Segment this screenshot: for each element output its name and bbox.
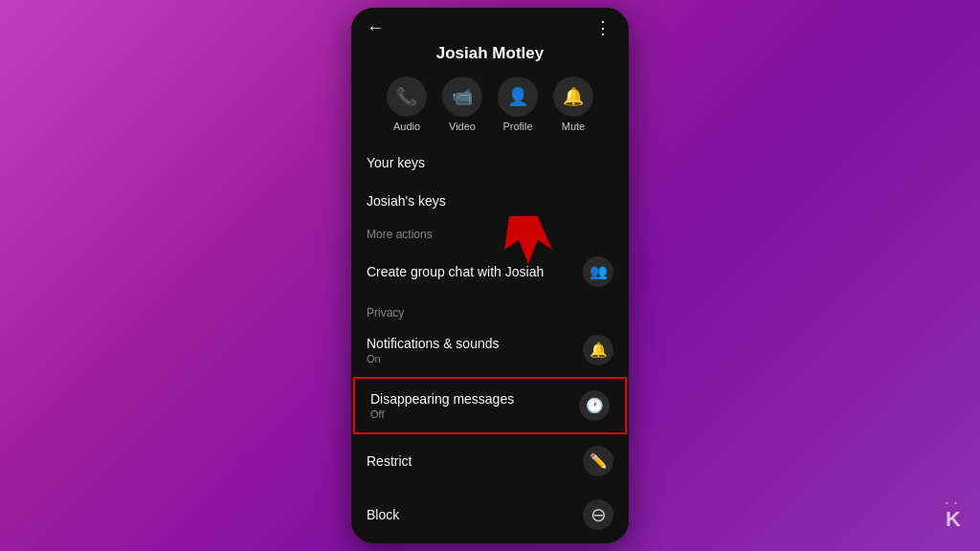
restrict-icon: ✏️ <box>583 446 613 476</box>
notifications-title: Notifications & sounds <box>367 336 583 351</box>
audio-label: Audio <box>393 121 420 132</box>
profile-icon: 👤 <box>498 77 538 117</box>
block-item[interactable]: Block ⊖ <box>351 488 629 541</box>
josiahs-keys-title: Josiah's keys <box>367 193 613 209</box>
create-group-icon: 👥 <box>583 256 613 287</box>
restrict-item[interactable]: Restrict ✏️ <box>351 434 629 488</box>
disappearing-messages-title: Disappearing messages <box>370 391 579 407</box>
somethings-wrong-item[interactable]: Something's wrong Give feedback and repo… <box>351 541 629 543</box>
block-icon: ⊖ <box>583 499 613 530</box>
profile-button[interactable]: 👤 Profile <box>498 77 538 132</box>
restrict-title: Restrict <box>367 453 583 469</box>
mute-button[interactable]: 🔔 Mute <box>553 77 593 132</box>
contact-name: Josiah Motley <box>351 42 629 71</box>
notifications-item[interactable]: Notifications & sounds On 🔔 <box>351 323 629 377</box>
create-group-title: Create group chat with Josiah <box>367 264 583 279</box>
mute-icon: 🔔 <box>553 77 593 117</box>
watermark: • • K <box>946 498 961 532</box>
disappearing-messages-item[interactable]: Disappearing messages Off 🕐 <box>353 377 627 434</box>
block-title: Block <box>367 507 583 522</box>
menu-list: Your keys Josiah's keys More actions Cre… <box>351 143 629 543</box>
notifications-icon: 🔔 <box>583 335 613 365</box>
josiahs-keys-item[interactable]: Josiah's keys <box>351 182 629 220</box>
your-keys-item[interactable]: Your keys <box>351 143 629 182</box>
video-label: Video <box>449 121 476 132</box>
more-button[interactable]: ⋮ <box>594 17 613 38</box>
notifications-subtitle: On <box>367 353 583 364</box>
video-button[interactable]: 📹 Video <box>442 77 482 132</box>
more-actions-section-label: More actions <box>351 220 629 245</box>
audio-icon: 📞 <box>387 77 427 117</box>
create-group-item[interactable]: Create group chat with Josiah 👥 <box>351 245 629 298</box>
disappearing-messages-icon: 🕐 <box>579 390 610 421</box>
top-bar: ← ⋮ <box>351 8 629 42</box>
watermark-letter: K <box>946 507 961 531</box>
privacy-section-label: Privacy <box>351 298 629 323</box>
phone-frame: ← ⋮ Josiah Motley 📞 Audio 📹 Video 👤 Prof… <box>351 8 629 543</box>
audio-button[interactable]: 📞 Audio <box>387 77 427 132</box>
mute-label: Mute <box>562 121 585 132</box>
watermark-dots: • • <box>946 498 961 507</box>
video-icon: 📹 <box>442 77 482 117</box>
action-row: 📞 Audio 📹 Video 👤 Profile 🔔 Mute <box>351 71 629 143</box>
back-button[interactable]: ← <box>367 18 384 38</box>
disappearing-messages-subtitle: Off <box>370 408 579 420</box>
your-keys-title: Your keys <box>367 155 613 170</box>
profile-label: Profile <box>502 121 532 132</box>
